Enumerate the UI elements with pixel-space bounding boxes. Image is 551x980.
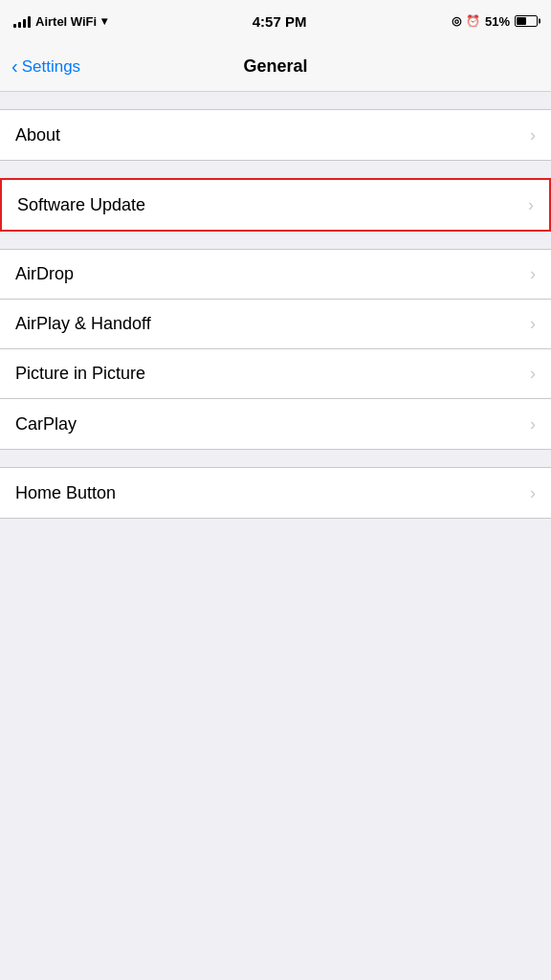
airplay-handoff-label: AirPlay & Handoff	[15, 314, 151, 334]
back-button[interactable]: ‹ Settings	[11, 57, 80, 77]
section-group-connectivity: AirDrop › AirPlay & Handoff › Picture in…	[0, 249, 551, 450]
status-left: Airtel WiFi ▾	[13, 14, 107, 29]
picture-in-picture-label: Picture in Picture	[15, 364, 145, 384]
about-chevron-icon: ›	[530, 125, 536, 145]
picture-in-picture-chevron-icon: ›	[530, 364, 536, 384]
airdrop-row[interactable]: AirDrop ›	[0, 250, 551, 300]
about-row[interactable]: About ›	[0, 110, 551, 160]
software-update-chevron-icon: ›	[528, 195, 534, 215]
section-group-software-update: Software Update ›	[0, 178, 551, 232]
software-update-row[interactable]: Software Update ›	[2, 180, 549, 230]
home-button-row[interactable]: Home Button ›	[0, 468, 551, 518]
back-chevron-icon: ‹	[11, 56, 18, 76]
home-button-label: Home Button	[15, 483, 116, 503]
signal-bars-icon	[13, 14, 31, 28]
page-title: General	[243, 56, 307, 77]
airplay-handoff-row[interactable]: AirPlay & Handoff ›	[0, 300, 551, 349]
airdrop-label: AirDrop	[15, 264, 74, 284]
back-label: Settings	[22, 57, 80, 77]
section-group-home-button: Home Button ›	[0, 467, 551, 519]
wifi-icon: ▾	[101, 14, 107, 28]
battery-icon	[515, 15, 538, 27]
carplay-row[interactable]: CarPlay ›	[0, 399, 551, 449]
about-label: About	[15, 125, 60, 145]
carplay-label: CarPlay	[15, 414, 77, 434]
nav-bar: ‹ Settings General	[0, 42, 551, 92]
alarm-icon: ⏰	[466, 14, 480, 28]
settings-content: About › Software Update › AirDrop › AirP…	[0, 92, 551, 519]
status-bar: Airtel WiFi ▾ 4:57 PM ◎ ⏰ 51%	[0, 0, 551, 42]
carrier-label: Airtel WiFi	[35, 14, 97, 29]
airdrop-chevron-icon: ›	[530, 264, 536, 284]
section-group-about: About ›	[0, 109, 551, 161]
software-update-label: Software Update	[17, 195, 145, 215]
status-right: ◎ ⏰ 51%	[452, 14, 538, 29]
location-icon: ◎	[452, 14, 461, 28]
battery-pct-label: 51%	[485, 14, 510, 29]
status-time: 4:57 PM	[253, 13, 307, 30]
carplay-chevron-icon: ›	[530, 414, 536, 434]
picture-in-picture-row[interactable]: Picture in Picture ›	[0, 349, 551, 399]
home-button-chevron-icon: ›	[530, 483, 536, 503]
airplay-handoff-chevron-icon: ›	[530, 314, 536, 334]
